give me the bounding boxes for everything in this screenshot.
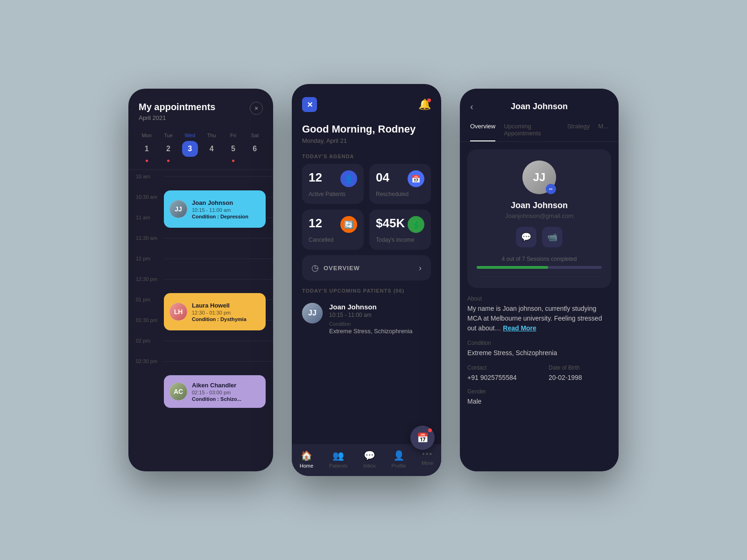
day-mon[interactable]: Mon 1 [139,133,155,162]
appointment-aiken[interactable]: AC Aiken Chandler 02:15 - 03:00 pm Condi… [164,375,266,408]
stat-rescheduled[interactable]: 04 📅 Rescheduled [369,164,431,204]
active-patients-label: Active Patients [309,191,357,197]
day-tue[interactable]: Tue 2 [160,133,176,162]
home-icon: 🏠 [301,450,312,461]
about-text: My name is Joan johnson, currently study… [467,304,611,333]
video-call-button[interactable]: 📹 [542,227,563,247]
slot-2pm: 02 pm [128,338,273,358]
back-button[interactable]: ‹ [470,101,473,112]
appointments-screen: My appointments April 2021 × Mon 1 Tue 2… [128,89,273,471]
profile-screen: ‹ Joan Johnson Overview Upcoming Appoint… [460,89,619,471]
laura-avatar: LH [169,303,187,321]
dashboard-top: ✕ 🔔 [292,84,441,119]
tab-strategy[interactable]: Strategy [567,119,590,141]
profile-tabs: Overview Upcoming Appointments Strategy … [460,119,619,142]
profile-name: Joan Johnson [511,201,568,210]
active-patients-icon: 👤 [340,170,357,187]
nav-inbox-label: Inbox [363,463,376,469]
nav-patients[interactable]: 👥 Patients [329,450,348,469]
stat-income[interactable]: $45K 💲 Today's income [369,210,431,250]
sessions-progress: 4 out of 7 Sessions completed [477,256,602,269]
overview-button[interactable]: ◷ OVERVIEW › [302,255,431,280]
notification-dot [427,98,431,102]
patients-icon: 👥 [332,450,344,461]
joan-dashboard-name: Joan Johnson [329,303,431,311]
nav-home-label: Home [300,463,313,469]
tab-overview[interactable]: Overview [470,119,495,141]
gender-value: Male [467,397,611,406]
greeting-date: Monday, April 21 [302,137,431,144]
progress-fill [477,266,548,269]
read-more-button[interactable]: Read More [503,324,536,332]
sessions-label: 4 out of 7 Sessions completed [477,256,602,262]
inbox-icon: 💬 [364,450,375,461]
day-sat[interactable]: Sat 6 [247,133,263,162]
overview-arrow-icon: › [419,263,422,273]
event-dot-sat [254,160,256,162]
calendar-icon: 📅 [417,432,429,443]
close-button[interactable]: × [250,102,263,115]
tab-more[interactable]: M... [598,119,608,141]
condition-label: Condition [329,321,431,327]
event-dot-tue [167,160,169,162]
aiken-condition: Condition : Schizo... [192,396,260,402]
profile-email: Joanjohnson@gmail.com [505,212,573,219]
week-navigation: Mon 1 Tue 2 Wed 3 Thu 4 Fri 5 [128,129,273,170]
progress-bar [477,266,602,269]
message-button[interactable]: 💬 [516,227,536,247]
cancelled-icon: 🔄 [340,216,357,233]
notification-button[interactable]: 🔔 [418,98,431,111]
patients-section-label: TODAY'S UPCOMING PATIENTS (06) [292,286,441,298]
dob-label: Date of Birth [549,364,611,371]
xing-logo: ✕ [302,97,317,112]
nav-profile[interactable]: 👤 Profile [391,450,406,469]
appointments-header: My appointments April 2021 × [128,89,273,129]
profile-header: ‹ Joan Johnson [460,89,619,119]
edit-avatar-button[interactable]: ✏ [546,184,556,194]
joan-condition: Condition : Depression [192,214,260,219]
stat-cancelled[interactable]: 12 🔄 Cancelled [302,210,364,250]
joan-dashboard-avatar: JJ [302,303,323,323]
joan-name: Joan Johnson [192,199,260,206]
rescheduled-num: 04 [376,170,389,185]
rescheduled-icon: 📅 [408,170,424,187]
fab-calendar-button[interactable]: 📅 [410,426,435,450]
cancelled-num: 12 [309,216,322,231]
nav-home[interactable]: 🏠 Home [300,450,313,469]
day-wed[interactable]: Wed 3 [182,133,198,162]
about-section: About My name is Joan johnson, currently… [467,295,611,333]
appointment-joan[interactable]: JJ Joan Johnson 10:15 - 11:00 am Conditi… [164,190,266,228]
profile-actions: 💬 📹 [516,227,563,247]
dashboard-screen: ✕ 🔔 Good Morning, Rodney Monday, April 2… [292,84,441,476]
appointment-laura[interactable]: LH Laura Howell 12:30 - 01:30 pm Conditi… [164,293,266,330]
appointments-subtitle: April 2021 [139,114,215,121]
patients-section: JJ Joan Johnson 10:15 - 11:00 am Conditi… [292,298,441,476]
gender-section: Gender Male [467,388,611,406]
joan-dashboard-time: 10:15 - 11:00 am [329,312,431,318]
fab-notification-dot [428,428,432,432]
tab-upcoming-appointments[interactable]: Upcoming Appointments [504,119,559,141]
profile-icon: 👤 [393,450,405,461]
greeting-text: Good Morning, Rodney [302,123,431,135]
about-label: About [467,295,611,302]
nav-more[interactable]: ••• More [422,450,433,469]
patient-joan[interactable]: JJ Joan Johnson 10:15 - 11:00 am Conditi… [292,298,441,339]
active-patients-num: 12 [309,170,322,185]
condition-value: Extreme Stress, Schizophrenia [467,348,611,358]
profile-header-title: Joan Johnson [511,102,568,112]
day-fri[interactable]: Fri 5 [225,133,241,162]
laura-condition: Condition : Dysthymia [192,316,260,322]
income-icon: 💲 [408,216,424,233]
stat-active-patients[interactable]: 12 👤 Active Patients [302,164,364,204]
income-label: Today's income [376,237,424,243]
rescheduled-label: Rescheduled [376,191,424,197]
nav-inbox[interactable]: 💬 Inbox [363,450,376,469]
event-dot-mon [146,160,148,162]
dob-section: Date of Birth 20-02-1998 [549,364,611,383]
stats-grid: 12 👤 Active Patients 04 📅 Rescheduled 12… [292,164,441,255]
laura-time: 12:30 - 01:30 pm [192,310,260,315]
nav-patients-label: Patients [329,463,348,469]
day-thu[interactable]: Thu 4 [204,133,219,162]
aiken-name: Aiken Chandler [192,382,260,389]
contact-label: Contact [467,364,530,371]
